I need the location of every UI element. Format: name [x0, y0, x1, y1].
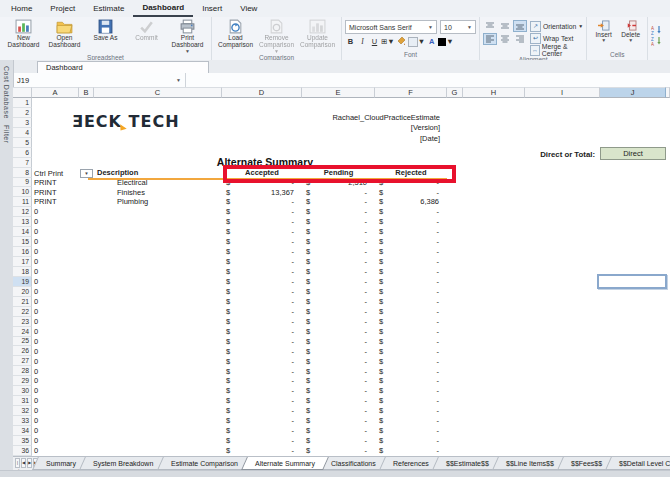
cell-D23[interactable]: - [232, 317, 294, 327]
merge-center-button[interactable]: ↔ Merge & Center [530, 45, 583, 55]
cell-E27[interactable]: - [312, 357, 367, 367]
cell-F18[interactable]: - [385, 267, 439, 277]
cell-A18[interactable]: 0 [34, 267, 38, 277]
side-tab-cost-database[interactable]: Cost Database [3, 66, 10, 119]
cell-F12[interactable]: - [385, 207, 439, 217]
cell-E25[interactable]: - [312, 337, 367, 347]
cell-A15[interactable]: 0 [34, 237, 38, 247]
align-bottom-button[interactable] [513, 20, 527, 32]
highlight-color-button[interactable]: ▼ [408, 36, 425, 47]
cell-A30[interactable]: 0 [34, 386, 38, 396]
cell-F36[interactable]: - [385, 446, 439, 456]
cell-D19[interactable]: - [232, 277, 294, 287]
insert-cells-button[interactable]: Insert▼ [590, 18, 617, 42]
cell-F14[interactable]: - [385, 227, 439, 237]
underline-button[interactable]: U [369, 36, 380, 47]
cell-A17[interactable]: 0 [34, 257, 38, 267]
cell-F10[interactable]: - [385, 188, 439, 198]
cell-A13[interactable]: 0 [34, 217, 38, 227]
fill-color-button[interactable] [396, 36, 407, 47]
cell-E22[interactable]: - [312, 307, 367, 317]
cell-A10[interactable]: PRINT [34, 188, 57, 198]
cell-D34[interactable]: - [232, 426, 294, 436]
cell-C9[interactable]: Electircal [117, 178, 147, 188]
align-right-button[interactable] [513, 33, 527, 45]
bold-button[interactable]: B [345, 36, 356, 47]
sort-ascending-button[interactable]: AZ [651, 21, 662, 31]
cell-E24[interactable]: - [312, 327, 367, 337]
row-header-5[interactable]: 5 [13, 138, 32, 148]
cell-F16[interactable]: - [385, 247, 439, 257]
select-all-corner[interactable] [13, 87, 32, 98]
cell-D35[interactable]: - [232, 436, 294, 446]
cell-A27[interactable]: 0 [34, 357, 38, 367]
row-header-1[interactable]: 1 [13, 98, 32, 108]
font-color-button[interactable]: A [426, 36, 437, 47]
cell-E33[interactable]: - [312, 416, 367, 426]
ribbon-tab-estimate[interactable]: Estimate [84, 0, 133, 17]
italic-button[interactable]: I [357, 36, 368, 47]
estimate-title-block[interactable]: Rachael_CloudPracticeEstimate [Version] … [240, 113, 440, 144]
cell-F19[interactable]: - [385, 277, 439, 287]
row-header-7[interactable]: 7 [13, 158, 32, 168]
cell-F25[interactable]: - [385, 337, 439, 347]
header-description[interactable]: Description [97, 168, 138, 177]
cell-A23[interactable]: 0 [34, 317, 38, 327]
cell-E18[interactable]: - [312, 267, 367, 277]
cell-F31[interactable]: - [385, 396, 439, 406]
next-sheet-button[interactable]: ▶ [27, 458, 32, 468]
cell-E12[interactable]: - [312, 207, 367, 217]
cell-F23[interactable]: - [385, 317, 439, 327]
ribbon-tab-insert[interactable]: Insert [193, 0, 231, 17]
col-header-B[interactable]: B [79, 87, 94, 98]
cell-A19[interactable]: 0 [34, 277, 38, 287]
cell-E13[interactable]: - [312, 217, 367, 227]
row-header-2[interactable]: 2 [13, 108, 32, 118]
cell-E26[interactable]: - [312, 347, 367, 357]
sort-button[interactable]: AZ Sort [664, 18, 670, 38]
row-header-4[interactable]: 4 [13, 128, 32, 138]
cell-F33[interactable]: - [385, 416, 439, 426]
delete-cells-button[interactable]: Delete▼ [617, 18, 644, 42]
formula-input[interactable] [186, 73, 670, 87]
align-left-button[interactable] [483, 33, 497, 45]
cell-A24[interactable]: 0 [34, 327, 38, 337]
side-tab-filter[interactable]: Filter [3, 125, 10, 144]
col-header-F[interactable]: F [375, 87, 447, 98]
col-header-J[interactable]: J [600, 87, 666, 98]
load-comparison-button[interactable]: Load Comparison [215, 18, 256, 49]
cell-D17[interactable]: - [232, 257, 294, 267]
col-header-G[interactable]: G [447, 87, 463, 98]
cell-A29[interactable]: 0 [34, 376, 38, 386]
cell-F11[interactable]: 6,386 [385, 197, 439, 207]
cell-E20[interactable]: - [312, 287, 367, 297]
sort-descending-button[interactable]: ZA [651, 32, 662, 42]
cell-F20[interactable]: - [385, 287, 439, 297]
cell-D30[interactable]: - [232, 386, 294, 396]
cell-E29[interactable]: - [312, 376, 367, 386]
cell-D22[interactable]: - [232, 307, 294, 317]
cell-F26[interactable]: - [385, 347, 439, 357]
estimate-version[interactable]: [Version] [240, 123, 440, 133]
ribbon-tab-view[interactable]: View [231, 0, 266, 17]
sheet-tab--line-items-[interactable]: $$Line Items$$ [492, 457, 568, 470]
cell-E14[interactable]: - [312, 227, 367, 237]
font-name-select[interactable]: Microsoft Sans Serif ▼ [345, 20, 437, 34]
cell-E34[interactable]: - [312, 426, 367, 436]
cell-D21[interactable]: - [232, 297, 294, 307]
cell-D27[interactable]: - [232, 357, 294, 367]
cell-E36[interactable]: - [312, 446, 367, 456]
cell-A26[interactable]: 0 [34, 347, 38, 357]
cell-F29[interactable]: - [385, 376, 439, 386]
cell-A28[interactable]: 0 [34, 367, 38, 377]
cell-F15[interactable]: - [385, 237, 439, 247]
new-dashboard-button[interactable]: New Dashboard [3, 18, 44, 49]
cell-D33[interactable]: - [232, 416, 294, 426]
cell-D13[interactable]: - [232, 217, 294, 227]
sheet-tab-estimate-comparison[interactable]: Estimate Comparison [157, 457, 252, 470]
cell-A22[interactable]: 0 [34, 307, 38, 317]
cell-D15[interactable]: - [232, 237, 294, 247]
first-sheet-button[interactable]: |◀ [15, 458, 20, 468]
cell-A8-ctrl-print[interactable]: Ctrl Print [34, 169, 63, 178]
cell-D29[interactable]: - [232, 376, 294, 386]
